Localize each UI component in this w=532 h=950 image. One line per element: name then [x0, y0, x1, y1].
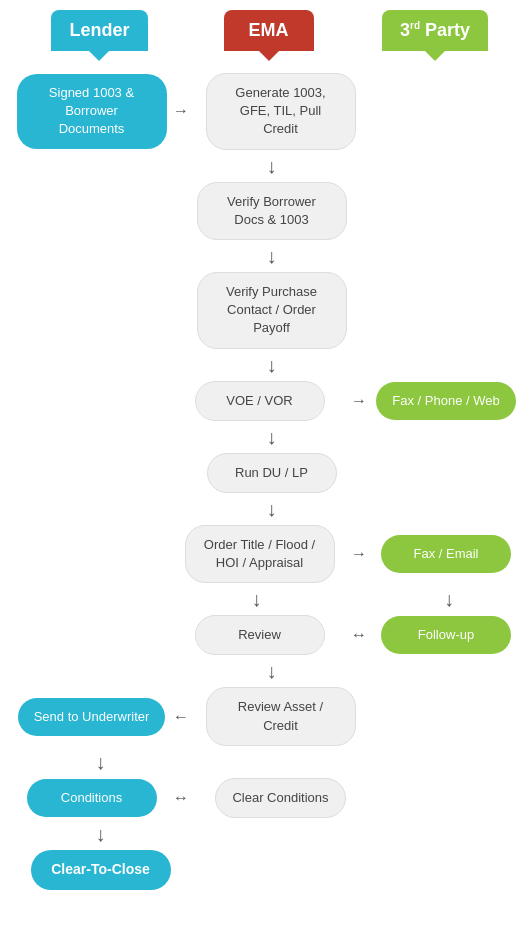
- row-7: Review ↔ Follow-up: [0, 615, 532, 655]
- lender-label: Lender: [69, 20, 129, 40]
- send-underwriter-label: Send to Underwriter: [34, 709, 150, 724]
- voe-vor-label: VOE / VOR: [226, 393, 292, 408]
- run-du-lp-label: Run DU / LP: [235, 465, 308, 480]
- arrow-ema-3rd-bidir: ↔: [351, 626, 367, 644]
- down-arrow-1: ↓: [267, 156, 277, 176]
- verify-purchase-box: Verify Purchase Contact / Order Payoff: [197, 272, 347, 349]
- follow-up-box: Follow-up: [381, 616, 511, 654]
- column-headers: Lender EMA 3rd Party: [0, 10, 532, 51]
- down-arrow-5: ↓: [267, 499, 277, 519]
- arrow-lender-to-ema-1: →: [173, 102, 189, 120]
- 3rdparty-col-header: 3rd Party: [360, 10, 510, 51]
- arrow-ema-to-3rd-2: →: [351, 545, 367, 563]
- arrow-row-5: ↓: [0, 497, 532, 521]
- row-4: VOE / VOR → Fax / Phone / Web: [0, 381, 532, 421]
- verify-borrower-label: Verify Borrower Docs & 1003: [227, 194, 316, 227]
- arrow-row-4: ↓: [0, 425, 532, 449]
- generate-1003-label: Generate 1003, GFE, TIL, Pull Credit: [235, 85, 325, 136]
- ema-header: EMA: [224, 10, 314, 51]
- clear-conditions-label: Clear Conditions: [232, 790, 328, 805]
- down-arrow-6: ↓: [252, 589, 262, 609]
- arrow-row-2: ↓: [0, 244, 532, 268]
- row-5: Run DU / LP: [0, 453, 532, 493]
- signed-1003-box: Signed 1003 & Borrower Documents: [17, 74, 167, 149]
- row-10: Clear-To-Close: [0, 850, 532, 890]
- arrow-ema-to-lender-1: ←: [173, 708, 189, 726]
- arrow-row-3: ↓: [0, 353, 532, 377]
- workflow-diagram: Lender EMA 3rd Party Signed 1003 & Borro…: [0, 0, 532, 950]
- arrow-bidir-conditions: ↔: [173, 789, 189, 807]
- arrow-row-8: ↓: [0, 750, 532, 774]
- verify-borrower-box: Verify Borrower Docs & 1003: [197, 182, 347, 240]
- down-arrow-7: ↓: [267, 661, 277, 681]
- signed-1003-label: Signed 1003 & Borrower Documents: [49, 85, 134, 136]
- voe-vor-box: VOE / VOR: [195, 381, 325, 421]
- down-arrow-lender-1: ↓: [96, 752, 106, 772]
- 3rdparty-label: 3rd Party: [400, 20, 470, 40]
- ema-label: EMA: [249, 20, 289, 40]
- row-9: Conditions ↔ Clear Conditions: [0, 778, 532, 818]
- clear-to-close-label: Clear-To-Close: [51, 861, 150, 877]
- arrow-ema-to-3rd-1: →: [351, 392, 367, 410]
- fax-email-box: Fax / Email: [381, 535, 511, 573]
- review-asset-label: Review Asset / Credit: [238, 699, 323, 732]
- send-underwriter-box: Send to Underwriter: [18, 698, 166, 736]
- down-arrow-3: ↓: [267, 355, 277, 375]
- review-asset-box: Review Asset / Credit: [206, 687, 356, 745]
- arrow-row-1: ↓: [0, 154, 532, 178]
- row-6: Order Title / Flood / HOI / Appraisal → …: [0, 525, 532, 583]
- row-8: Send to Underwriter ← Review Asset / Cre…: [0, 687, 532, 745]
- down-arrow-4: ↓: [267, 427, 277, 447]
- arrow-row-9: ↓: [0, 822, 532, 846]
- down-arrow-lender-2: ↓: [96, 824, 106, 844]
- review-box: Review: [195, 615, 325, 655]
- lender-header: Lender: [51, 10, 147, 51]
- order-title-box: Order Title / Flood / HOI / Appraisal: [185, 525, 335, 583]
- row-2: Verify Borrower Docs & 1003: [0, 182, 532, 240]
- follow-up-label: Follow-up: [418, 627, 474, 642]
- ema-col-header: EMA: [181, 10, 356, 51]
- flow-container: Signed 1003 & Borrower Documents → Gener…: [0, 71, 532, 892]
- review-label: Review: [238, 627, 281, 642]
- arrow-row-6: ↓ ↓: [0, 587, 532, 611]
- clear-to-close-box: Clear-To-Close: [31, 850, 171, 890]
- generate-1003-box: Generate 1003, GFE, TIL, Pull Credit: [206, 73, 356, 150]
- 3rdparty-header: 3rd Party: [382, 10, 488, 51]
- arrow-row-7: ↓: [0, 659, 532, 683]
- order-title-label: Order Title / Flood / HOI / Appraisal: [204, 537, 315, 570]
- lender-col-header: Lender: [22, 10, 177, 51]
- clear-conditions-box: Clear Conditions: [215, 778, 345, 818]
- row-3: Verify Purchase Contact / Order Payoff: [0, 272, 532, 349]
- row-1: Signed 1003 & Borrower Documents → Gener…: [0, 73, 532, 150]
- fax-email-label: Fax / Email: [413, 546, 478, 561]
- run-du-lp-box: Run DU / LP: [207, 453, 337, 493]
- down-arrow-2: ↓: [267, 246, 277, 266]
- conditions-label: Conditions: [61, 790, 122, 805]
- down-arrow-3rd-1: ↓: [444, 589, 454, 609]
- fax-phone-web-box: Fax / Phone / Web: [376, 382, 515, 420]
- verify-purchase-label: Verify Purchase Contact / Order Payoff: [226, 284, 317, 335]
- conditions-box: Conditions: [27, 779, 157, 817]
- fax-phone-web-label: Fax / Phone / Web: [392, 393, 499, 408]
